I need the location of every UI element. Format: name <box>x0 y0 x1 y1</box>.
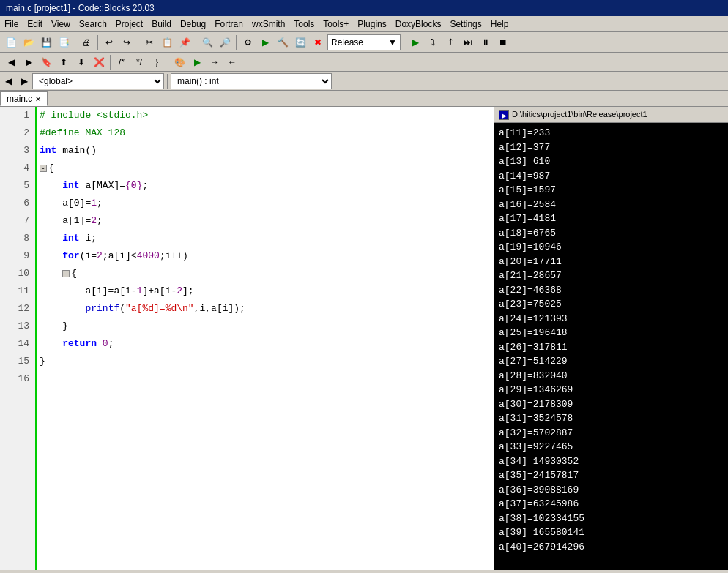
prev-btn[interactable]: ◀ <box>3 54 19 70</box>
debug-next-btn[interactable]: ⏭ <box>460 34 476 50</box>
bookmark-next-btn[interactable]: ⬇ <box>73 54 89 70</box>
run-btn[interactable]: ▶ <box>257 34 273 50</box>
line-num-14: 14 <box>0 335 35 353</box>
line5-semi: ; <box>142 179 148 193</box>
menu-debug[interactable]: Debug <box>176 18 210 31</box>
line16-empty <box>40 372 45 386</box>
line14-indent <box>40 337 62 351</box>
terminal-line-16: a[27]=514229 <box>499 354 724 369</box>
replace-btn[interactable]: 🔎 <box>217 34 233 50</box>
terminal-line-11: a[22]=46368 <box>499 283 724 298</box>
tab-main-c[interactable]: main.c ✕ <box>0 91 48 106</box>
terminal-line-22: a[33]=9227465 <box>499 440 724 454</box>
menu-project[interactable]: Project <box>111 18 147 31</box>
menu-doxyblocks[interactable]: DoxyBlocks <box>391 18 446 31</box>
nav-prev-btn[interactable]: ◀ <box>0 73 16 89</box>
fold-marker-10[interactable]: - <box>62 270 70 277</box>
debug-step-btn[interactable]: ⤵ <box>425 34 441 50</box>
line4-brace: { <box>48 161 54 176</box>
paste-btn[interactable]: 📌 <box>177 34 193 50</box>
stop-btn[interactable]: ✖ <box>310 34 326 50</box>
terminal-line-0: a[11]=233 <box>499 126 724 141</box>
nav-next-btn[interactable]: ▶ <box>16 73 32 89</box>
copy-btn[interactable]: 📋 <box>159 34 175 50</box>
terminal-content: a[11]=233 a[12]=377 a[13]=610 a[14]=987 … <box>494 123 728 570</box>
line10-indent <box>40 266 62 281</box>
settings-btn[interactable]: ⚙ <box>239 34 256 50</box>
line11-code: a[i]=a[i- <box>40 284 137 299</box>
line6-code: a[0]= <box>40 196 91 211</box>
menu-wxsmith[interactable]: wxSmith <box>248 18 289 31</box>
indent-btn[interactable]: → <box>207 54 223 70</box>
undo-btn[interactable]: ↩ <box>101 34 117 50</box>
code-editor[interactable]: 1 2 3 4 5 6 7 8 9 10 11 12 13 14 15 16 <box>0 107 494 570</box>
uncomment-btn[interactable]: */ <box>131 54 147 70</box>
line6-semi: ; <box>97 196 103 211</box>
menu-plugins[interactable]: Plugins <box>353 18 390 31</box>
title-text: main.c [project1] - Code::Blocks 20.03 <box>6 3 155 13</box>
run2-btn[interactable]: ▶ <box>189 54 205 70</box>
syntax-btn[interactable]: 🎨 <box>171 54 187 70</box>
unindent-btn[interactable]: ← <box>224 54 240 70</box>
line5-num: {0} <box>125 179 142 193</box>
terminal-header: ▶ D:\hitics\project1\bin\Release\project… <box>494 107 728 123</box>
dropdown-arrow-icon: ▼ <box>388 37 397 48</box>
clear-bookmarks-btn[interactable]: ❌ <box>91 54 107 70</box>
menu-search[interactable]: Search <box>75 18 111 31</box>
code-line-2: #define MAX 128 <box>40 124 491 142</box>
line11-semi: ]; <box>182 284 194 299</box>
redo-btn[interactable]: ↪ <box>119 34 135 50</box>
menu-help[interactable]: Help <box>486 18 513 31</box>
terminal-line-6: a[17]=4181 <box>499 211 724 226</box>
bookmark-prev-btn[interactable]: ⬆ <box>56 54 72 70</box>
line9-num1: 2 <box>97 249 103 263</box>
sep2 <box>97 35 98 50</box>
function-dropdown[interactable]: main() : int <box>171 73 332 89</box>
line12-indent <box>40 302 85 316</box>
find-btn[interactable]: 🔍 <box>199 34 215 50</box>
comment-btn[interactable]: /* <box>114 54 130 70</box>
menu-settings[interactable]: Settings <box>445 18 486 31</box>
rebuild-btn[interactable]: 🔄 <box>292 34 308 50</box>
open-btn[interactable]: 📂 <box>21 34 37 50</box>
menu-file[interactable]: File <box>0 18 23 31</box>
terminal-path: D:\hitics\project1\bin\Release\project1 <box>512 108 647 121</box>
line-num-1: 1 <box>0 107 35 124</box>
line9-cond: ;a[i]< <box>103 249 137 263</box>
code-content: 1 2 3 4 5 6 7 8 9 10 11 12 13 14 15 16 <box>0 107 494 570</box>
menu-tools[interactable]: Tools <box>289 18 319 31</box>
code-lines[interactable]: # include <stdio.h> #define MAX 128 int … <box>37 107 494 570</box>
line12-printf: printf <box>85 302 119 316</box>
debug-run-btn[interactable]: ▶ <box>407 34 423 50</box>
terminal-line-5: a[16]=2584 <box>499 198 724 212</box>
fold-marker-4[interactable]: - <box>40 165 47 172</box>
tab-bar: main.c ✕ <box>0 91 728 107</box>
release-dropdown[interactable]: Release ▼ <box>327 34 401 50</box>
nav-bar: ◀ ▶ <global> main() : int <box>0 72 728 91</box>
menu-edit[interactable]: Edit <box>23 18 47 31</box>
debug-stop-btn[interactable]: ⏹ <box>495 34 511 50</box>
menu-toolsplus[interactable]: Tools+ <box>319 18 353 31</box>
menu-view[interactable]: View <box>47 18 75 31</box>
debug-pause-btn[interactable]: ⏸ <box>478 34 494 50</box>
scope-dropdown[interactable]: <global> <box>32 73 164 89</box>
line-num-16: 16 <box>0 370 35 388</box>
fold-btn[interactable]: } <box>149 54 165 70</box>
save-btn[interactable]: 💾 <box>38 34 54 50</box>
save-all-btn[interactable]: 📑 <box>56 34 72 50</box>
new-btn[interactable]: 📄 <box>3 34 19 50</box>
line5-kw: int <box>62 179 85 193</box>
tab-close-btn[interactable]: ✕ <box>35 95 41 103</box>
menu-build[interactable]: Build <box>147 18 176 31</box>
cut-btn[interactable]: ✂ <box>141 34 157 50</box>
bookmark-btn[interactable]: 🔖 <box>38 54 54 70</box>
debug-stepout-btn[interactable]: ⤴ <box>442 34 458 50</box>
build-btn[interactable]: 🔨 <box>275 34 291 50</box>
print-btn[interactable]: 🖨 <box>78 34 94 50</box>
terminal-line-24: a[35]=24157817 <box>499 468 724 483</box>
menu-fortran[interactable]: Fortran <box>210 18 248 31</box>
terminal-line-14: a[25]=196418 <box>499 326 724 340</box>
next-btn[interactable]: ▶ <box>21 54 37 70</box>
line9-for: for <box>62 249 79 263</box>
line5-a: a[MAX]= <box>85 179 125 193</box>
